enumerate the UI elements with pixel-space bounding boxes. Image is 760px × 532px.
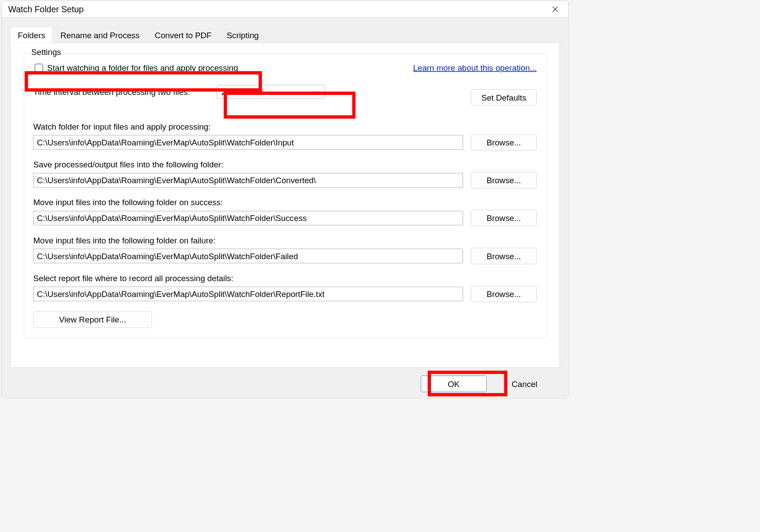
- tab-panel-folders: Settings Start watching a folder for fil…: [10, 43, 560, 368]
- output-folder-field[interactable]: [33, 173, 463, 188]
- titlebar: Watch Folder Setup: [2, 1, 568, 17]
- input-folder-field[interactable]: [33, 135, 463, 150]
- block-output-folder: Save processed/output files into the fol…: [33, 160, 537, 188]
- output-folder-browse-button[interactable]: Browse...: [471, 172, 537, 189]
- tab-rename-and-process[interactable]: Rename and Process: [53, 27, 147, 43]
- report-file-label: Select report file where to record all p…: [33, 274, 537, 283]
- tab-strip: Folders Rename and Process Convert to PD…: [10, 27, 560, 43]
- row-interval: Time interval between processing two fil…: [33, 85, 537, 99]
- start-watching-control[interactable]: Start watching a folder for files and ap…: [33, 62, 242, 74]
- close-icon: [552, 6, 558, 13]
- input-folder-browse-button[interactable]: Browse...: [471, 134, 537, 151]
- interval-combo[interactable]: 20 seconds: [217, 85, 326, 99]
- view-report-file-button[interactable]: View Report File...: [33, 311, 152, 328]
- block-report-file: Select report file where to record all p…: [33, 274, 537, 302]
- chevron-down-icon: [314, 89, 320, 95]
- failure-folder-browse-button[interactable]: Browse...: [471, 248, 537, 264]
- failure-folder-field[interactable]: [33, 249, 463, 263]
- failure-folder-label: Move input files into the following fold…: [33, 235, 537, 245]
- output-folder-label: Save processed/output files into the fol…: [33, 160, 537, 170]
- close-button[interactable]: [545, 3, 565, 16]
- cancel-button[interactable]: Cancel: [500, 376, 550, 392]
- dialog-watch-folder-setup: Watch Folder Setup Folders Rename and Pr…: [1, 1, 569, 398]
- settings-group-label: Settings: [29, 47, 64, 57]
- success-folder-browse-button[interactable]: Browse...: [471, 210, 537, 227]
- set-defaults-button[interactable]: Set Defaults: [471, 89, 537, 106]
- dialog-button-row: OK Cancel: [10, 368, 560, 393]
- interval-label: Time interval between processing two fil…: [33, 87, 190, 97]
- row-view-report: View Report File...: [33, 311, 537, 328]
- start-watching-checkbox[interactable]: [35, 63, 43, 72]
- settings-group: Settings Start watching a folder for fil…: [24, 54, 546, 338]
- tab-convert-to-pdf[interactable]: Convert to PDF: [147, 27, 219, 43]
- ok-button[interactable]: OK: [421, 376, 487, 392]
- row-start-watching: Start watching a folder for files and ap…: [33, 62, 537, 74]
- start-watching-label: Start watching a folder for files and ap…: [47, 63, 238, 72]
- report-file-field[interactable]: [33, 287, 463, 301]
- learn-more-link[interactable]: Learn more about this operation...: [413, 63, 536, 72]
- tab-folders[interactable]: Folders: [10, 27, 53, 43]
- tab-scripting[interactable]: Scripting: [219, 27, 266, 43]
- block-failure-folder: Move input files into the following fold…: [33, 235, 537, 264]
- block-success-folder: Move input files into the following fold…: [33, 198, 537, 226]
- interval-value: 20 seconds: [221, 87, 264, 97]
- success-folder-label: Move input files into the following fold…: [33, 198, 537, 207]
- input-folder-label: Watch folder for input files and apply p…: [33, 122, 537, 132]
- dialog-client: Folders Rename and Process Convert to PD…: [2, 17, 568, 397]
- dialog-title: Watch Folder Setup: [8, 4, 84, 14]
- block-input-folder: Watch folder for input files and apply p…: [33, 122, 537, 151]
- success-folder-field[interactable]: [33, 211, 463, 225]
- report-file-browse-button[interactable]: Browse...: [471, 286, 537, 302]
